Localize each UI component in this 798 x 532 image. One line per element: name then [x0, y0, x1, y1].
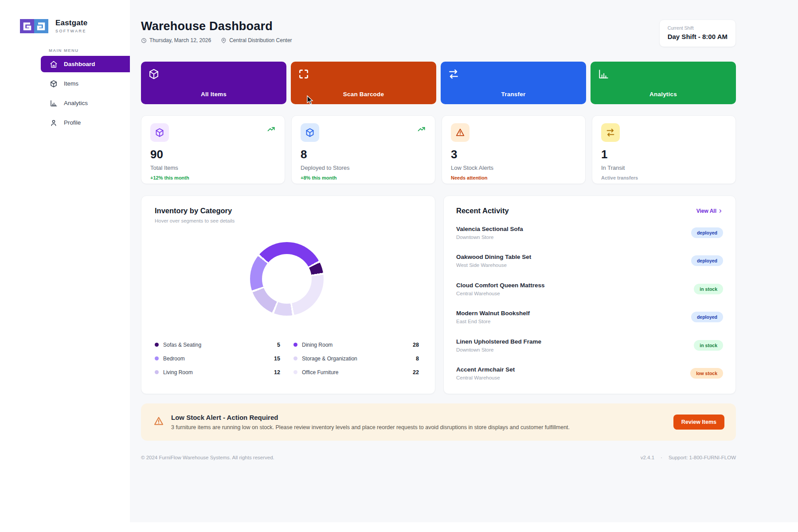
- legend-label: Dining Room: [302, 342, 332, 348]
- warning-icon: [451, 123, 469, 142]
- status-badge: deployed: [691, 312, 723, 322]
- activity-row[interactable]: Valencia Sectional Sofa Downtown Store d…: [456, 219, 723, 247]
- legend-dot: [155, 370, 159, 374]
- sidebar-item-label: Items: [64, 80, 78, 87]
- activity-item-location: Central Warehouse: [456, 375, 515, 380]
- page-title: Warehouse Dashboard: [141, 20, 302, 33]
- legend-item: Storage & Organization 8: [293, 352, 419, 365]
- activity-item-location: West Side Warehouse: [456, 262, 531, 268]
- stat-label: In Transit: [601, 164, 727, 171]
- activity-item-name: Modern Walnut Bookshelf: [456, 310, 530, 317]
- legend-label: Living Room: [163, 369, 193, 376]
- status-badge: in stock: [694, 340, 723, 351]
- stat-label: Low Stock Alerts: [451, 164, 576, 171]
- legend-label: Sofas & Seating: [163, 342, 201, 348]
- location-text: Central Distribution Center: [229, 37, 292, 43]
- activity-item-name: Linen Upholstered Bed Frame: [456, 338, 541, 345]
- stat-value: 3: [451, 148, 576, 161]
- user-icon: [50, 119, 58, 127]
- activity-item-location: East End Store: [456, 319, 530, 324]
- sidebar-item-items[interactable]: Items: [41, 75, 130, 92]
- bar-chart-icon: [598, 68, 609, 80]
- stat-card-total-items: 90 Total Items +12% this month: [141, 115, 285, 184]
- activity-row[interactable]: Oakwood Dining Table Set West Side Wareh…: [456, 247, 723, 275]
- stat-sub: Active transfers: [601, 175, 727, 180]
- action-label: Scan Barcode: [298, 91, 429, 98]
- date-meta: Thursday, March 12, 2026: [141, 37, 211, 43]
- home-icon: [50, 60, 58, 68]
- legend-label: Storage & Organization: [302, 356, 357, 362]
- sidebar-item-profile[interactable]: Profile: [41, 114, 130, 131]
- activity-item-name: Cloud Comfort Queen Mattress: [456, 282, 545, 289]
- transfer-button[interactable]: Transfer: [441, 62, 586, 104]
- stat-value: 8: [301, 148, 426, 161]
- activity-title: Recent Activity: [456, 207, 509, 215]
- stat-label: Total Items: [150, 164, 276, 171]
- bar-chart-icon: [50, 99, 58, 107]
- activity-row[interactable]: Cloud Comfort Queen Mattress Central War…: [456, 275, 723, 303]
- legend-dot: [155, 343, 159, 347]
- scan-icon: [298, 68, 309, 80]
- all-items-button[interactable]: All Items: [141, 62, 286, 104]
- activity-item-location: Central Warehouse: [456, 291, 545, 296]
- status-badge: low stock: [690, 368, 723, 379]
- legend-dot: [293, 370, 297, 374]
- alert-message: 3 furniture items are running low on sto…: [171, 424, 570, 430]
- low-stock-alert-banner: Low Stock Alert - Action Required 3 furn…: [141, 403, 736, 441]
- legend-item: Bedroom 15: [155, 352, 280, 365]
- sidebar-item-label: Profile: [64, 119, 81, 126]
- trending-up-icon: [267, 125, 276, 135]
- activity-row[interactable]: Accent Armchair Set Central Warehouse lo…: [456, 360, 723, 388]
- activity-row[interactable]: Linen Upholstered Bed Frame Downtown Sto…: [456, 331, 723, 360]
- brand-logo: Eastgate SOFTWARE: [20, 19, 87, 33]
- sidebar-item-dashboard[interactable]: Dashboard: [41, 56, 130, 72]
- legend-dot: [293, 356, 297, 360]
- chart-legend: Sofas & Seating 5 Dining Room 28 Bedroom…: [155, 338, 419, 379]
- analytics-button[interactable]: Analytics: [591, 62, 736, 104]
- current-shift-card: Current Shift Day Shift - 8:00 AM: [659, 20, 736, 47]
- sidebar: Eastgate SOFTWARE MAIN MENU Dashboard It…: [0, 0, 130, 522]
- transfer-arrows-icon: [601, 123, 620, 142]
- location-meta: Central Distribution Center: [221, 37, 292, 43]
- recent-activity-panel: Recent Activity View All Valencia Sectio…: [443, 196, 736, 394]
- activity-item-location: Downtown Store: [456, 235, 523, 240]
- legend-label: Office Furniture: [302, 369, 338, 376]
- package-icon: [50, 80, 58, 88]
- stat-card-in-transit: 1 In Transit Active transfers: [592, 115, 736, 184]
- legend-label: Bedroom: [163, 356, 185, 362]
- donut-hole: [262, 254, 312, 304]
- legend-item: Living Room 12: [155, 365, 280, 379]
- package-icon: [148, 68, 160, 80]
- sidebar-item-label: Analytics: [64, 100, 88, 106]
- stat-card-deployed: 8 Deployed to Stores +8% this month: [291, 115, 435, 184]
- legend-value: 28: [413, 342, 419, 348]
- scan-barcode-button[interactable]: Scan Barcode: [291, 62, 436, 104]
- stat-value: 90: [150, 148, 276, 161]
- transfer-arrows-icon: [448, 68, 459, 80]
- chevron-right-icon: [718, 208, 723, 214]
- status-badge: deployed: [691, 255, 723, 266]
- sidebar-section-label: MAIN MENU: [49, 48, 79, 53]
- activity-item-name: Accent Armchair Set: [456, 366, 515, 373]
- legend-item: Sofas & Seating 5: [155, 338, 280, 352]
- stat-sub: +8% this month: [301, 175, 426, 180]
- legend-item: Office Furniture 22: [293, 365, 419, 379]
- legend-item: Dining Room 28: [293, 338, 419, 352]
- review-items-button[interactable]: Review Items: [673, 415, 724, 430]
- package-icon: [150, 123, 169, 142]
- footer-support: Support: 1-800-FURNI-FLOW: [669, 455, 736, 460]
- action-label: All Items: [148, 91, 279, 98]
- sidebar-item-analytics[interactable]: Analytics: [41, 95, 130, 111]
- stat-card-low-stock: 3 Low Stock Alerts Needs attention: [442, 115, 586, 184]
- brand-subtitle: SOFTWARE: [55, 29, 87, 33]
- warning-icon: [153, 416, 164, 428]
- status-badge: in stock: [694, 284, 723, 294]
- stat-value: 1: [601, 148, 727, 161]
- view-all-link[interactable]: View All: [696, 208, 723, 214]
- brand-logo-icon: [20, 19, 48, 33]
- stat-sub: +12% this month: [150, 175, 276, 180]
- activity-row[interactable]: Modern Walnut Bookshelf East End Store d…: [456, 303, 723, 332]
- legend-value: 12: [274, 369, 280, 376]
- status-badge: deployed: [691, 227, 723, 238]
- stat-sub: Needs attention: [451, 175, 576, 180]
